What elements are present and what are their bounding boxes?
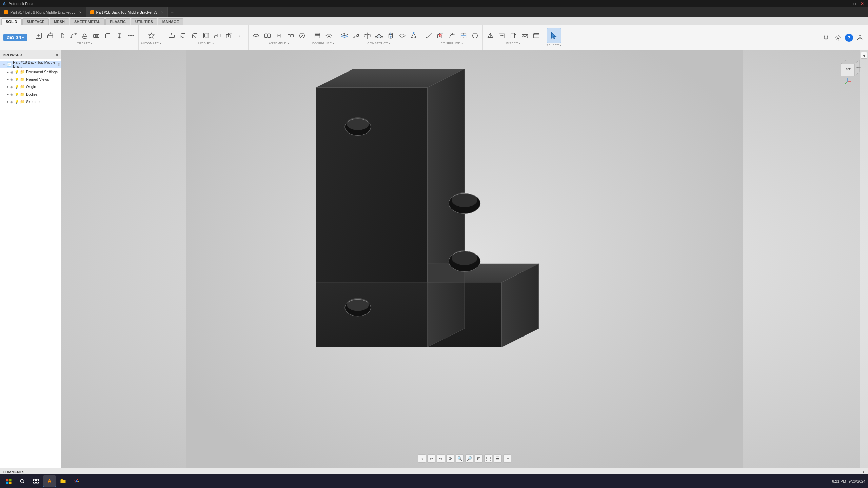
measure-button[interactable] [423,30,434,41]
enable-all-button[interactable] [297,30,308,41]
named-views-light-icon: 💡 [15,78,19,81]
tab-manage[interactable]: MANAGE [158,18,183,25]
insert-dxf-button[interactable] [508,30,519,41]
chrome-icon[interactable] [71,475,83,487]
toolbar-group-modify-inner: MODIFY ▾ [166,30,246,45]
file-explorer-icon[interactable] [57,475,69,487]
automate-button[interactable] [146,30,157,41]
point-vertex-button[interactable] [408,30,419,41]
motion-link-button[interactable] [274,30,284,41]
workspace-button[interactable]: DESIGN ▾ [3,34,27,41]
navigation-cube[interactable]: TOP FRONT [834,57,861,84]
offset-plane-button[interactable] [339,30,350,41]
tab-part17-close[interactable]: ✕ [79,11,82,14]
change-parameters-button[interactable] [323,30,334,41]
orbit-button[interactable]: ⟳ [446,454,454,463]
tab-solid[interactable]: SOLID [1,18,22,25]
create-more-button[interactable] [125,30,136,41]
start-button[interactable] [3,475,15,487]
tree-item-sketches[interactable]: ▶ ◉ 💡 📁 Sketches [0,98,61,105]
fit-button[interactable]: ⊡ [475,454,483,463]
zoom-out-button[interactable]: 🔎 [465,454,473,463]
plane-angle-button[interactable] [351,30,361,41]
svg-point-7 [70,37,72,38]
close-button[interactable]: ✕ [859,1,865,6]
section-analysis-button[interactable] [458,30,469,41]
back-button[interactable]: ↩ [427,454,435,463]
insert-canvas-button[interactable] [531,30,542,41]
modify-fillet-button[interactable] [178,30,189,41]
joint-button[interactable] [251,30,261,41]
home-button[interactable]: ⌂ [418,454,426,463]
comments-expand-button[interactable]: ▲ [862,470,865,474]
curvature-comb-button[interactable] [447,30,457,41]
revolve-button[interactable] [56,30,67,41]
combine-button[interactable] [224,30,235,41]
svg-point-8 [75,33,77,35]
account-button[interactable] [854,32,865,43]
thread-button[interactable] [114,30,125,41]
interference-button[interactable] [435,30,446,41]
tree-item-doc-settings[interactable]: ▶ ◉ 💡 📁 Document Settings [0,68,61,76]
modify-more-button[interactable] [235,30,246,41]
tab-part17[interactable]: Part #17 Left & Right Middle Bracket v3 … [0,7,86,17]
loft-button[interactable] [79,30,90,41]
shell-button[interactable] [201,30,212,41]
forward-button[interactable]: ↪ [437,454,445,463]
sweep-button[interactable] [68,30,79,41]
tab-plastic[interactable]: PLASTIC [105,18,130,25]
fillet-button[interactable] [102,30,113,41]
parameters-button[interactable] [312,30,323,41]
tree-item-named-views[interactable]: ▶ ◉ 💡 📁 Named Views [0,76,61,83]
tab-part18[interactable]: Part #18 Back Top Middle Bracket v3 ✕ [86,7,168,17]
settings-button[interactable] [833,32,844,43]
workspace-selector[interactable]: DESIGN ▾ [0,25,31,50]
view-cube-button[interactable]: ⋮⋮ [484,454,492,463]
tab-utilities[interactable]: UTILITIES [131,18,157,25]
grid-button[interactable]: ☰ [494,454,502,463]
tab-surface[interactable]: SURFACE [22,18,49,25]
main-toolbar: DESIGN ▾ [0,25,868,50]
axis-two-planes-button[interactable] [397,30,408,41]
tree-item-origin[interactable]: ▶ ◉ 💡 📁 Origin [0,83,61,90]
fusion-taskbar-icon[interactable]: A [43,475,56,487]
scale-button[interactable] [212,30,223,41]
axis-cylinder-button[interactable] [385,30,396,41]
maximize-button[interactable]: □ [852,1,857,6]
notification-button[interactable] [821,32,831,43]
hole-button[interactable] [91,30,102,41]
press-pull-button[interactable] [166,30,177,41]
browser-collapse-button[interactable]: ◀ [55,53,58,57]
insert-svg-button[interactable]: SVG [496,30,507,41]
insert-decal-button[interactable] [519,30,530,41]
comments-title: COMMENTS [3,470,24,474]
rigid-group-button[interactable] [262,30,273,41]
tree-item-bodies[interactable]: ▶ ◉ 💡 📁 Bodies [0,90,61,98]
viewport[interactable]: TOP FRONT ⌂ ↩ ↪ ⟳ 🔍 🔎 ⊡ ⋮⋮ ☰ ⋯ [61,50,868,468]
taskview-button[interactable] [30,475,42,487]
panel-button[interactable]: ◀ [861,52,867,59]
help-button[interactable]: ? [845,34,853,42]
extrude-button[interactable] [45,30,56,41]
new-component-button[interactable] [33,30,44,41]
zebra-analysis-button[interactable] [470,30,480,41]
minimize-button[interactable]: ─ [844,1,850,6]
search-taskbar-button[interactable] [16,475,28,487]
more-view-button[interactable]: ⋯ [503,454,511,463]
contact-sets-button[interactable] [285,30,296,41]
tab-part18-close[interactable]: ✕ [161,11,163,14]
insert-mesh-button[interactable] [485,30,496,41]
tree-item-root[interactable]: ▼ 📄 Part #18 Back Top Middle Bra... ⚙ [0,61,61,68]
zoom-in-button[interactable]: 🔍 [456,454,464,463]
chamfer-button[interactable] [189,30,200,41]
root-options[interactable]: ⚙ [58,63,61,66]
new-tab-button[interactable]: + [168,9,176,15]
select-icons [547,28,561,43]
plane-3pts-button[interactable] [374,30,384,41]
svg-line-112 [23,482,25,484]
midplane-button[interactable] [362,30,373,41]
svg-rect-23 [215,36,217,38]
tab-sheet-metal[interactable]: SHEET METAL [70,18,105,25]
tab-mesh[interactable]: MESH [50,18,69,25]
select-button[interactable] [547,28,561,43]
